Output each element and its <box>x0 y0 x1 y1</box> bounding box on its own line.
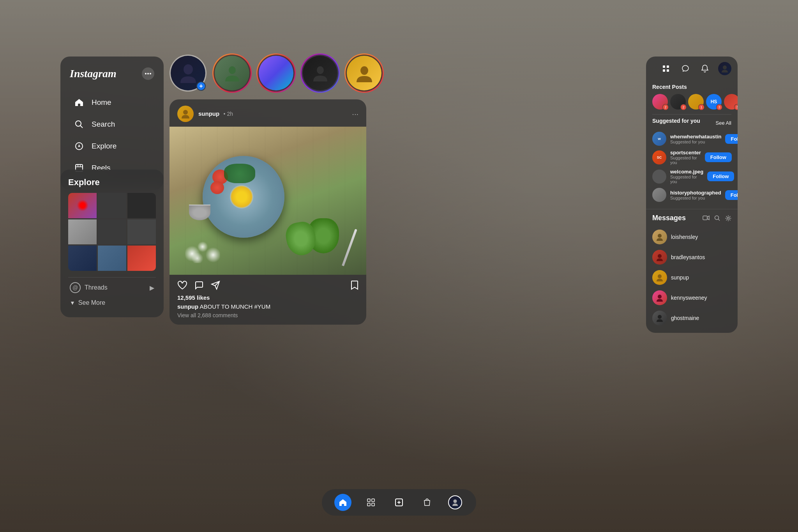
message-item-4[interactable]: kennysweeney <box>652 288 731 308</box>
video-call-icon[interactable] <box>703 215 710 221</box>
message-item-3[interactable]: sunpup <box>652 267 731 288</box>
suggested-sub-4: Suggested for you <box>670 196 721 200</box>
explore-cell-1[interactable] <box>68 193 97 218</box>
share-button[interactable] <box>211 281 220 290</box>
explore-grid <box>68 193 156 271</box>
bottom-nav-grid[interactable] <box>362 494 380 511</box>
message-item-2[interactable]: bradleysantos <box>652 247 731 267</box>
post-more-button[interactable]: ··· <box>352 110 358 118</box>
bottom-nav-shop[interactable] <box>418 494 436 511</box>
svg-rect-18 <box>703 216 707 220</box>
recent-avatars: 2 2 1 HS 3 3 <box>652 94 731 110</box>
suggested-header: Suggested for you See All <box>652 118 731 128</box>
notifications-icon[interactable] <box>699 62 711 75</box>
story-own[interactable]: + <box>169 55 207 92</box>
see-all-button[interactable]: See All <box>716 120 731 126</box>
see-more-label: See More <box>78 299 105 306</box>
like-button[interactable] <box>177 281 187 290</box>
svg-rect-16 <box>667 69 669 72</box>
suggested-name-1: whenwherwhataustin <box>670 134 721 140</box>
post-username[interactable]: sunpup <box>198 110 219 117</box>
msg-avatar-2 <box>652 250 667 265</box>
bottom-nav-add[interactable] <box>390 494 408 511</box>
avatar-badge-4: 3 <box>716 104 722 110</box>
nav-item-search[interactable]: Search <box>70 113 154 135</box>
bottom-nav-profile[interactable] <box>447 494 464 511</box>
svg-point-34 <box>454 500 457 503</box>
svg-line-20 <box>718 219 720 221</box>
story-5[interactable] <box>346 55 383 92</box>
messages-search-icon[interactable] <box>714 215 720 221</box>
nav-explore-label: Explore <box>92 142 117 150</box>
follow-button-1[interactable]: Follow <box>725 134 738 144</box>
message-item-5[interactable]: ghostmaine <box>652 308 731 328</box>
msg-name-5: ghostmaine <box>671 315 699 321</box>
see-more-row[interactable]: ▼ See More <box>68 296 156 309</box>
nav-search-label: Search <box>92 120 115 129</box>
explore-panel: Explore @ Threads ▶ ▼ See More <box>60 170 164 317</box>
story-add-button[interactable]: + <box>196 81 206 91</box>
svg-rect-29 <box>367 503 370 506</box>
explore-cell-8[interactable] <box>98 246 126 271</box>
explore-cell-7[interactable] <box>68 246 97 271</box>
explore-cell-9[interactable] <box>127 246 156 271</box>
comment-button[interactable] <box>194 281 204 290</box>
msg-avatar-5 <box>652 311 667 325</box>
nav-item-home[interactable]: Home <box>70 92 154 113</box>
nav-home-label: Home <box>92 98 111 107</box>
story-2[interactable] <box>214 55 251 92</box>
instagram-logo: Instagram <box>70 67 154 80</box>
explore-cell-6[interactable] <box>127 219 156 245</box>
suggested-name-4: historyphotographed <box>670 190 721 196</box>
svg-point-24 <box>658 274 662 278</box>
threads-row[interactable]: @ Threads ▶ <box>68 279 156 296</box>
svg-point-11 <box>360 66 368 75</box>
messages-settings-icon[interactable] <box>725 215 731 221</box>
view-comments-button[interactable]: View all 2,688 comments <box>169 312 366 325</box>
recent-avatar-2[interactable]: 2 <box>670 94 686 110</box>
suggested-item-2: SC sportscenter Suggested for you Follow <box>652 150 731 165</box>
explore-cell-3[interactable] <box>127 193 156 218</box>
follow-button-3[interactable]: Follow <box>707 171 734 181</box>
avatar-badge-2: 2 <box>680 104 687 110</box>
explore-cell-4[interactable] <box>68 219 97 245</box>
explore-cell-5[interactable] <box>98 219 126 245</box>
caption-text: ABOUT TO MUNCH #YUM <box>200 303 271 310</box>
more-button[interactable] <box>142 67 154 80</box>
search-icon <box>74 119 85 130</box>
svg-point-25 <box>658 295 662 299</box>
explore-cell-2[interactable] <box>98 193 126 218</box>
story-3[interactable] <box>258 55 295 92</box>
recent-avatar-5[interactable]: 3 <box>724 94 738 110</box>
svg-rect-15 <box>663 69 665 72</box>
msg-avatar-4 <box>652 290 667 305</box>
suggested-item-4: historyphotographed Suggested for you Fo… <box>652 188 731 202</box>
svg-point-3 <box>76 121 81 126</box>
grid-icon[interactable] <box>660 62 672 75</box>
recent-avatar-4[interactable]: HS 3 <box>706 94 722 110</box>
avatar-badge-1: 2 <box>662 104 669 110</box>
post-actions <box>169 275 366 294</box>
threads-arrow-icon: ▶ <box>150 284 154 292</box>
follow-button-4[interactable]: Follow <box>725 190 738 200</box>
bookmark-button[interactable] <box>351 280 358 290</box>
recent-avatar-3[interactable]: 1 <box>688 94 704 110</box>
svg-point-26 <box>658 315 662 319</box>
msg-avatar-3 <box>652 270 667 285</box>
story-4[interactable] <box>302 55 339 92</box>
likes-count: 12,595 likes <box>169 294 366 303</box>
logo-text: Instagram <box>70 67 117 80</box>
home-icon <box>74 97 85 108</box>
post-caption: sunpup ABOUT TO MUNCH #YUM <box>169 303 366 312</box>
caption-username[interactable]: sunpup <box>177 303 198 310</box>
follow-button-2[interactable]: Follow <box>705 152 732 162</box>
nav-item-explore[interactable]: Explore <box>70 135 154 157</box>
recent-avatar-1[interactable]: 2 <box>652 94 668 110</box>
bottom-nav-home[interactable] <box>334 494 351 511</box>
suggested-avatar-1: W <box>652 132 666 146</box>
svg-point-22 <box>658 234 662 238</box>
message-item-1[interactable]: loishensley <box>652 227 731 247</box>
messenger-icon[interactable] <box>679 62 692 75</box>
messages-title: Messages <box>652 214 686 222</box>
profile-avatar-icon[interactable] <box>718 62 731 75</box>
